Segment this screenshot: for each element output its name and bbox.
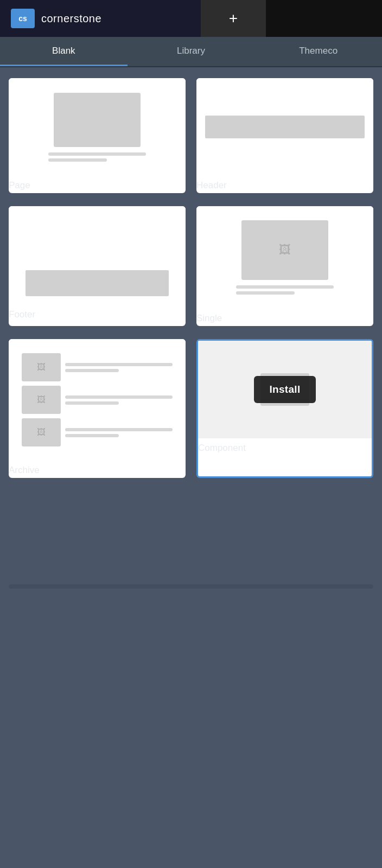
bottom-bar <box>9 584 373 589</box>
tabs-bar: Blank Library Themeco <box>0 37 382 67</box>
header-preview-layout <box>205 116 365 138</box>
card-single-preview: 🖼 <box>196 206 373 309</box>
page-preview-image <box>54 93 141 147</box>
card-footer-preview <box>9 206 186 305</box>
page-preview-lines <box>48 152 146 162</box>
archive-thumb-2: 🖼 <box>22 386 61 414</box>
template-grid: Page Header Footer <box>9 78 373 478</box>
archive-row-2: 🖼 <box>22 386 173 414</box>
card-archive[interactable]: 🖼 🖼 <box>9 339 186 478</box>
archive-lines-1 <box>65 363 173 372</box>
card-single-label: Single <box>196 309 373 326</box>
logo-text: cornerstone <box>41 12 101 25</box>
card-header-label: Header <box>196 176 373 193</box>
tab-library[interactable]: Library <box>128 37 255 66</box>
logo-area: cs cornerstone <box>0 0 201 37</box>
install-button-label: Install <box>269 384 300 395</box>
archive-thumb-1: 🖼 <box>22 353 61 381</box>
archive-line-3b <box>65 434 119 437</box>
single-preview-image: 🖼 <box>241 220 328 280</box>
add-button[interactable]: + <box>201 0 266 37</box>
footer-preview-layout <box>17 215 177 296</box>
page-line-2 <box>48 158 107 162</box>
archive-line-1a <box>65 363 173 366</box>
archive-thumb-icon-2: 🖼 <box>37 395 46 405</box>
archive-thumb-3: 🖼 <box>22 418 61 446</box>
card-footer[interactable]: Footer <box>9 206 186 326</box>
bottom-area <box>0 489 382 597</box>
card-footer-label: Footer <box>9 305 186 322</box>
single-line-1 <box>236 285 334 289</box>
single-line-2 <box>236 291 295 295</box>
header-spacer <box>266 0 382 37</box>
footer-preview-bar <box>26 270 169 296</box>
main-content: Page Header Footer <box>0 67 382 489</box>
archive-lines-3 <box>65 428 173 437</box>
single-placeholder-icon: 🖼 <box>279 243 291 257</box>
header-preview-bar <box>205 116 365 138</box>
archive-preview-layout: 🖼 🖼 <box>17 348 177 452</box>
component-preview-layout: 🖼 Install <box>198 341 372 438</box>
card-component-preview: 🖼 Install <box>198 341 372 438</box>
archive-row-3: 🖼 <box>22 418 173 446</box>
tab-themeco[interactable]: Themeco <box>254 37 382 66</box>
page-line-1 <box>48 152 146 156</box>
single-preview-lines <box>236 285 334 295</box>
card-header-preview <box>196 78 373 176</box>
archive-thumb-icon-3: 🖼 <box>37 427 46 437</box>
tab-blank[interactable]: Blank <box>0 37 128 66</box>
page-preview-layout <box>17 87 177 167</box>
single-preview-layout: 🖼 <box>205 215 365 300</box>
plus-icon: + <box>229 10 238 27</box>
card-header[interactable]: Header <box>196 78 373 193</box>
archive-lines-2 <box>65 395 173 405</box>
app-header: cs cornerstone + <box>0 0 382 37</box>
archive-thumb-icon-1: 🖼 <box>37 362 46 372</box>
card-page-preview <box>9 78 186 176</box>
archive-line-2b <box>65 401 119 405</box>
archive-line-2a <box>65 395 173 399</box>
card-single[interactable]: 🖼 Single <box>196 206 373 326</box>
card-component-label: Component <box>198 438 372 456</box>
card-page[interactable]: Page <box>9 78 186 193</box>
card-component[interactable]: 🖼 Install Component <box>196 339 373 478</box>
card-page-label: Page <box>9 176 186 193</box>
card-archive-label: Archive <box>9 461 186 478</box>
archive-line-3a <box>65 428 173 431</box>
archive-line-1b <box>65 369 119 372</box>
card-archive-preview: 🖼 🖼 <box>9 339 186 461</box>
logo-icon: cs <box>11 9 35 28</box>
archive-row-1: 🖼 <box>22 353 173 381</box>
install-overlay[interactable]: Install <box>254 376 315 403</box>
